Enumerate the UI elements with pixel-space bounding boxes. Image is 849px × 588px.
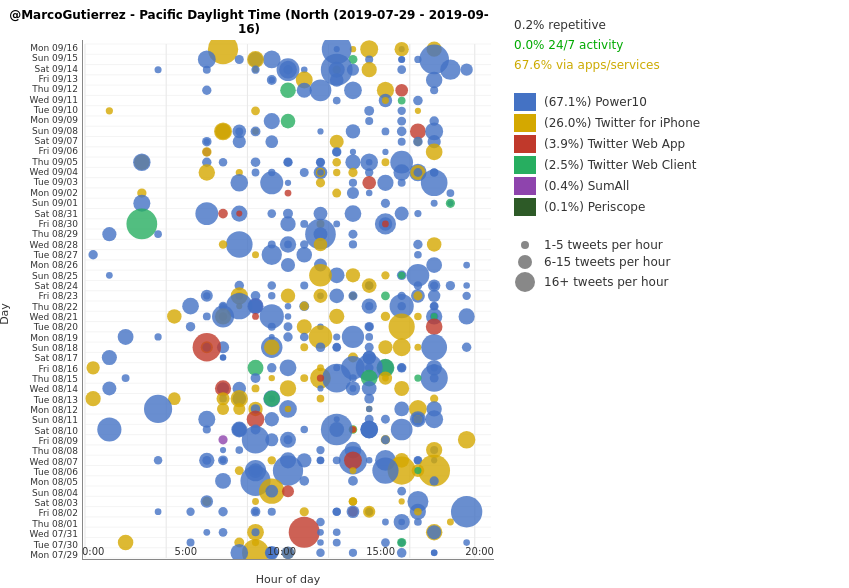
svg-point-331 xyxy=(283,332,292,341)
legend-color-item: (26.0%) Twitter for iPhone xyxy=(514,114,814,132)
svg-point-375 xyxy=(300,374,308,382)
svg-point-507 xyxy=(399,498,405,504)
y-label: Mon 07/29 xyxy=(20,551,82,560)
svg-point-172 xyxy=(333,169,340,176)
svg-point-367 xyxy=(267,363,276,372)
y-label: Sat 08/10 xyxy=(20,427,82,436)
svg-point-218 xyxy=(300,220,308,228)
y-label: Tue 08/20 xyxy=(20,323,82,332)
legend-color-item: (0.4%) SumAll xyxy=(514,177,814,195)
svg-point-136 xyxy=(330,135,344,149)
svg-point-479 xyxy=(220,457,227,464)
svg-point-88 xyxy=(460,64,472,76)
svg-point-155 xyxy=(219,158,227,166)
legend-item-label: (0.4%) SumAll xyxy=(544,179,629,193)
y-label: Wed 08/28 xyxy=(20,241,82,250)
svg-point-183 xyxy=(260,171,283,194)
x-tick-label: 10:00 xyxy=(267,546,296,574)
svg-point-197 xyxy=(366,190,373,197)
svg-point-397 xyxy=(280,380,296,396)
svg-point-383 xyxy=(251,373,261,383)
svg-point-189 xyxy=(285,180,291,186)
svg-point-219 xyxy=(333,220,340,227)
y-label: Mon 08/12 xyxy=(20,406,82,415)
svg-point-108 xyxy=(382,97,389,104)
svg-point-105 xyxy=(413,96,423,106)
y-label: Fri 09/13 xyxy=(20,75,82,84)
svg-point-114 xyxy=(251,106,260,115)
svg-point-456 xyxy=(381,435,390,444)
svg-point-394 xyxy=(346,381,360,395)
legend-color-item: (2.5%) Twitter Web Client xyxy=(514,156,814,174)
svg-point-282 xyxy=(313,289,327,303)
svg-point-175 xyxy=(365,168,373,176)
legend-size-label: 1-5 tweets per hour xyxy=(544,238,663,252)
legend-color-swatch xyxy=(514,177,536,195)
svg-point-185 xyxy=(362,176,376,190)
svg-point-349 xyxy=(462,343,471,352)
svg-point-526 xyxy=(414,508,422,516)
svg-point-299 xyxy=(249,299,262,312)
svg-point-207 xyxy=(195,202,218,225)
svg-point-457 xyxy=(458,431,476,449)
svg-point-332 xyxy=(300,333,309,342)
legend-item-label: (2.5%) Twitter Web Client xyxy=(544,158,696,172)
svg-point-524 xyxy=(186,508,194,516)
svg-point-182 xyxy=(317,169,324,176)
svg-point-200 xyxy=(431,200,438,207)
svg-point-84 xyxy=(279,61,297,79)
legend-size-item: 1-5 tweets per hour xyxy=(514,238,814,252)
svg-point-196 xyxy=(332,189,341,198)
svg-point-187 xyxy=(316,178,325,187)
svg-point-148 xyxy=(332,148,341,157)
svg-point-484 xyxy=(154,456,163,465)
svg-point-511 xyxy=(201,495,213,507)
svg-point-281 xyxy=(462,292,470,300)
svg-point-83 xyxy=(397,65,406,74)
svg-point-419 xyxy=(144,395,172,423)
y-label: Sun 09/15 xyxy=(20,54,82,63)
svg-point-87 xyxy=(362,62,377,77)
x-tick-label: 15:00 xyxy=(366,546,395,574)
svg-point-72 xyxy=(247,51,264,68)
svg-point-199 xyxy=(381,199,390,208)
svg-point-238 xyxy=(414,251,422,259)
svg-point-63 xyxy=(395,42,409,56)
svg-point-226 xyxy=(314,238,328,252)
svg-point-188 xyxy=(398,179,406,187)
svg-point-233 xyxy=(413,240,422,249)
svg-point-323 xyxy=(284,322,293,331)
svg-point-368 xyxy=(399,365,405,371)
svg-point-542 xyxy=(219,528,228,537)
svg-point-538 xyxy=(203,529,210,536)
x-axis-title: Hour of day xyxy=(82,573,494,586)
svg-point-253 xyxy=(267,281,276,290)
svg-point-255 xyxy=(300,282,308,290)
svg-point-90 xyxy=(251,66,259,74)
svg-point-210 xyxy=(414,210,421,217)
svg-point-411 xyxy=(317,395,325,403)
y-label: Fri 08/02 xyxy=(20,509,82,518)
y-label: Tue 07/30 xyxy=(20,541,82,550)
svg-point-454 xyxy=(242,426,269,453)
svg-point-409 xyxy=(264,391,280,407)
svg-point-190 xyxy=(421,169,448,196)
svg-point-326 xyxy=(365,333,373,341)
svg-point-163 xyxy=(133,153,150,170)
svg-point-109 xyxy=(398,97,406,105)
svg-point-193 xyxy=(285,190,292,197)
legend-size-dot xyxy=(515,272,535,292)
svg-point-129 xyxy=(397,127,407,137)
svg-point-423 xyxy=(366,406,373,413)
y-label: Wed 08/21 xyxy=(20,313,82,322)
svg-point-541 xyxy=(317,529,324,536)
svg-point-241 xyxy=(281,258,295,272)
svg-point-336 xyxy=(316,342,326,352)
y-label: Mon 08/19 xyxy=(20,334,82,343)
legend-color-swatch xyxy=(514,135,536,153)
svg-point-386 xyxy=(349,374,357,382)
y-label: Wed 08/07 xyxy=(20,458,82,467)
svg-point-396 xyxy=(394,381,409,396)
svg-point-424 xyxy=(217,403,229,415)
svg-point-354 xyxy=(102,350,117,365)
